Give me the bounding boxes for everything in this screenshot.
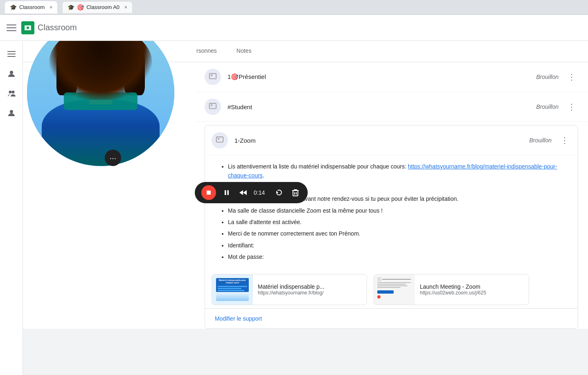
course-item-student: #Student Brouillon ⋮ [195, 92, 588, 122]
zoom-attachment-url: https://us02web.zoom.us/j/625 [420, 290, 524, 296]
svg-rect-4 [7, 56, 16, 57]
bullet-item-8: Mot de passe: [228, 252, 565, 261]
hamburger-menu-button[interactable] [7, 23, 16, 33]
classroom-a0-tab-icon: 🎓 [68, 4, 74, 11]
materiel-attachment-info: Matériel indispensable p... https://what… [253, 280, 367, 299]
svg-rect-11 [210, 103, 216, 109]
zoom-thumbnail [374, 274, 415, 305]
svg-point-7 [11, 91, 14, 94]
browser-tab-classroom-a0[interactable]: 🎓 🎯 Classroom A0 × [62, 1, 133, 13]
content-area: ··· rsonnes Notes 1🎯Présent [23, 41, 588, 375]
course-item-zoom-expanded: 1-Zoom Brouillon ⋮ Lis attentivement la … [205, 125, 578, 329]
zoom-attachment-info: Launch Meeting - Zoom https://us02web.zo… [415, 280, 529, 299]
profile-more-button[interactable]: ··· [105, 150, 121, 166]
bullet-item-6: Merci de te nommer correctement avec ton… [228, 229, 565, 238]
attachment-card-zoom[interactable]: Launch Meeting - Zoom https://us02web.zo… [374, 274, 529, 305]
svg-rect-17 [228, 190, 229, 195]
course-status-zoom: Brouillon [529, 137, 552, 144]
tab-a0-close-button[interactable]: × [124, 4, 127, 10]
attachment-row: Matériel indispensable pour chaque cours [212, 274, 571, 305]
app-header: Classroom [0, 15, 588, 41]
app-name-label: Classroom [38, 23, 77, 32]
course-more-student[interactable]: ⋮ [565, 100, 578, 113]
zoom-attachment-title: Launch Meeting - Zoom [420, 283, 524, 290]
svg-rect-20 [293, 191, 298, 196]
svg-point-1 [27, 27, 29, 29]
classroom-logo-icon [21, 21, 34, 34]
audio-player: 0:14 [195, 182, 308, 203]
svg-rect-10 [211, 75, 212, 76]
sidebar-item-3[interactable] [3, 85, 20, 101]
attachment-card-materiel[interactable]: Matériel indispensable pour chaque cours [212, 274, 367, 305]
browser-tab-bar: 🎓 Classroom × 🎓 🎯 Classroom A0 × [0, 0, 588, 15]
svg-rect-15 [207, 191, 211, 195]
svg-point-5 [10, 71, 13, 74]
modifier-divider [205, 308, 578, 309]
svg-rect-2 [7, 51, 16, 52]
sidebar-item-2[interactable] [3, 65, 20, 82]
svg-marker-19 [239, 190, 243, 195]
sidebar-item-4[interactable] [3, 105, 20, 121]
bullet-item-7: Identifiant: [228, 241, 565, 250]
course-status-student: Brouillon [536, 103, 559, 110]
sidebar-item-1[interactable] [3, 46, 20, 62]
svg-rect-12 [211, 105, 212, 106]
browser-tab-classroom[interactable]: 🎓 Classroom × [5, 1, 57, 13]
player-delete-button[interactable] [290, 187, 301, 198]
sidebar [0, 41, 23, 375]
app-logo: Classroom [21, 21, 77, 34]
course-name-student: #Student [228, 103, 530, 110]
classroom-a0-tab-label: Classroom A0 [86, 4, 119, 10]
course-icon-presentiel [205, 69, 221, 85]
svg-marker-18 [243, 190, 247, 195]
player-rewind-button[interactable] [237, 187, 249, 198]
materiel-attachment-url: https://whatsyourname.fr/blog/ [258, 290, 362, 296]
materiel-attachment-title: Matériel indispensable p... [258, 283, 362, 290]
player-time-display: 0:14 [254, 189, 268, 196]
tab-personnes[interactable]: rsonnes [187, 41, 227, 62]
materiel-thumbnail: Matériel indispensable pour chaque cours [212, 274, 253, 305]
player-stop-button[interactable] [201, 185, 216, 200]
zoom-content-body: Lis attentivement la liste du matériel i… [205, 155, 578, 271]
nav-tabs: rsonnes Notes [23, 41, 588, 62]
svg-rect-14 [218, 138, 219, 140]
tab-notes[interactable]: Notes [227, 41, 261, 62]
svg-rect-16 [225, 190, 226, 195]
dart-icon: 🎯 [77, 4, 84, 11]
svg-rect-3 [7, 54, 16, 54]
course-item-presentiel: 1🎯Présentiel Brouillon ⋮ [195, 62, 588, 92]
zoom-item-header: 1-Zoom Brouillon ⋮ [205, 126, 578, 155]
svg-point-8 [10, 110, 13, 113]
more-dots-icon: ··· [110, 153, 117, 163]
classroom-tab-label: Classroom [19, 4, 45, 10]
course-name-presentiel: 1🎯Présentiel [228, 73, 530, 81]
course-more-zoom[interactable]: ⋮ [558, 134, 571, 147]
modifier-support-button[interactable]: Modifier le support [215, 315, 262, 322]
bullet-item-1: Lis attentivement la liste du matériel i… [228, 162, 565, 180]
course-name-zoom: 1-Zoom [234, 137, 523, 144]
course-icon-zoom [212, 132, 228, 148]
svg-rect-9 [210, 74, 216, 79]
bullet-item-4: Ma salle de classe distancielle Zoom est… [228, 206, 565, 215]
player-pause-button[interactable] [221, 187, 232, 198]
classroom-tab-icon: 🎓 [10, 4, 17, 11]
player-replay-button[interactable] [273, 187, 285, 198]
svg-rect-13 [216, 137, 223, 142]
course-more-presentiel[interactable]: ⋮ [565, 70, 578, 83]
course-status-presentiel: Brouillon [536, 74, 559, 80]
tab-close-button[interactable]: × [50, 4, 52, 10]
course-icon-student [205, 99, 221, 115]
svg-point-6 [9, 91, 11, 94]
bullet-item-5: La salle d'attente est activée. [228, 218, 565, 227]
zoom-bullet-list: Lis attentivement la liste du matériel i… [218, 162, 565, 262]
main-layout: ··· rsonnes Notes 1🎯Présent [0, 41, 588, 375]
